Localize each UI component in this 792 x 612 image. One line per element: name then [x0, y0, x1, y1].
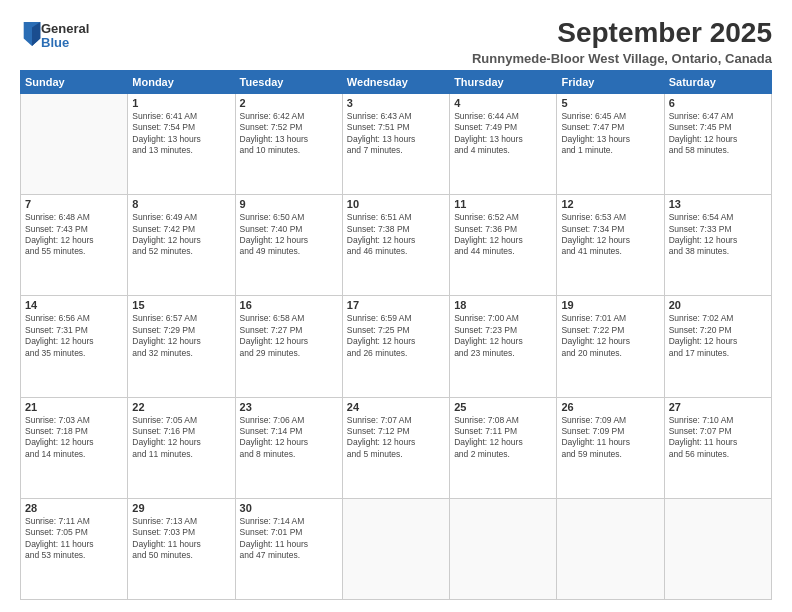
- day-info: Sunrise: 7:08 AM Sunset: 7:11 PM Dayligh…: [454, 415, 552, 461]
- day-number: 11: [454, 198, 552, 210]
- day-number: 5: [561, 97, 659, 109]
- calendar-week-row: 21Sunrise: 7:03 AM Sunset: 7:18 PM Dayli…: [21, 397, 772, 498]
- table-row: 7Sunrise: 6:48 AM Sunset: 7:43 PM Daylig…: [21, 195, 128, 296]
- title-section: September 2025 Runnymede-Bloor West Vill…: [89, 18, 772, 66]
- logo: General Blue: [20, 22, 89, 51]
- table-row: 26Sunrise: 7:09 AM Sunset: 7:09 PM Dayli…: [557, 397, 664, 498]
- table-row: 28Sunrise: 7:11 AM Sunset: 7:05 PM Dayli…: [21, 498, 128, 599]
- day-info: Sunrise: 6:52 AM Sunset: 7:36 PM Dayligh…: [454, 212, 552, 258]
- table-row: 15Sunrise: 6:57 AM Sunset: 7:29 PM Dayli…: [128, 296, 235, 397]
- day-number: 21: [25, 401, 123, 413]
- day-number: 9: [240, 198, 338, 210]
- table-row: 9Sunrise: 6:50 AM Sunset: 7:40 PM Daylig…: [235, 195, 342, 296]
- table-row: 10Sunrise: 6:51 AM Sunset: 7:38 PM Dayli…: [342, 195, 449, 296]
- table-row: 22Sunrise: 7:05 AM Sunset: 7:16 PM Dayli…: [128, 397, 235, 498]
- day-info: Sunrise: 6:56 AM Sunset: 7:31 PM Dayligh…: [25, 313, 123, 359]
- day-info: Sunrise: 6:41 AM Sunset: 7:54 PM Dayligh…: [132, 111, 230, 157]
- day-number: 15: [132, 299, 230, 311]
- day-info: Sunrise: 6:42 AM Sunset: 7:52 PM Dayligh…: [240, 111, 338, 157]
- day-number: 25: [454, 401, 552, 413]
- table-row: [21, 93, 128, 194]
- table-row: 20Sunrise: 7:02 AM Sunset: 7:20 PM Dayli…: [664, 296, 771, 397]
- table-row: 1Sunrise: 6:41 AM Sunset: 7:54 PM Daylig…: [128, 93, 235, 194]
- logo-general-text: General: [41, 22, 89, 36]
- day-number: 16: [240, 299, 338, 311]
- day-number: 18: [454, 299, 552, 311]
- day-info: Sunrise: 7:03 AM Sunset: 7:18 PM Dayligh…: [25, 415, 123, 461]
- table-row: 14Sunrise: 6:56 AM Sunset: 7:31 PM Dayli…: [21, 296, 128, 397]
- table-row: 19Sunrise: 7:01 AM Sunset: 7:22 PM Dayli…: [557, 296, 664, 397]
- day-number: 28: [25, 502, 123, 514]
- day-number: 24: [347, 401, 445, 413]
- day-number: 29: [132, 502, 230, 514]
- table-row: 29Sunrise: 7:13 AM Sunset: 7:03 PM Dayli…: [128, 498, 235, 599]
- logo-blue-text: Blue: [41, 36, 89, 50]
- day-info: Sunrise: 7:05 AM Sunset: 7:16 PM Dayligh…: [132, 415, 230, 461]
- logo-text: General Blue: [41, 22, 89, 51]
- day-info: Sunrise: 6:45 AM Sunset: 7:47 PM Dayligh…: [561, 111, 659, 157]
- day-info: Sunrise: 6:49 AM Sunset: 7:42 PM Dayligh…: [132, 212, 230, 258]
- day-number: 2: [240, 97, 338, 109]
- day-info: Sunrise: 7:02 AM Sunset: 7:20 PM Dayligh…: [669, 313, 767, 359]
- day-number: 27: [669, 401, 767, 413]
- table-row: 25Sunrise: 7:08 AM Sunset: 7:11 PM Dayli…: [450, 397, 557, 498]
- calendar-header-row: Sunday Monday Tuesday Wednesday Thursday…: [21, 70, 772, 93]
- day-info: Sunrise: 6:50 AM Sunset: 7:40 PM Dayligh…: [240, 212, 338, 258]
- table-row: 2Sunrise: 6:42 AM Sunset: 7:52 PM Daylig…: [235, 93, 342, 194]
- calendar-week-row: 14Sunrise: 6:56 AM Sunset: 7:31 PM Dayli…: [21, 296, 772, 397]
- table-row: 18Sunrise: 7:00 AM Sunset: 7:23 PM Dayli…: [450, 296, 557, 397]
- table-row: [450, 498, 557, 599]
- logo-icon: [23, 22, 41, 46]
- day-info: Sunrise: 6:51 AM Sunset: 7:38 PM Dayligh…: [347, 212, 445, 258]
- day-number: 14: [25, 299, 123, 311]
- table-row: 17Sunrise: 6:59 AM Sunset: 7:25 PM Dayli…: [342, 296, 449, 397]
- day-info: Sunrise: 6:53 AM Sunset: 7:34 PM Dayligh…: [561, 212, 659, 258]
- day-info: Sunrise: 7:10 AM Sunset: 7:07 PM Dayligh…: [669, 415, 767, 461]
- table-row: [557, 498, 664, 599]
- day-info: Sunrise: 6:47 AM Sunset: 7:45 PM Dayligh…: [669, 111, 767, 157]
- table-row: 6Sunrise: 6:47 AM Sunset: 7:45 PM Daylig…: [664, 93, 771, 194]
- day-info: Sunrise: 7:06 AM Sunset: 7:14 PM Dayligh…: [240, 415, 338, 461]
- calendar-week-row: 1Sunrise: 6:41 AM Sunset: 7:54 PM Daylig…: [21, 93, 772, 194]
- day-info: Sunrise: 6:54 AM Sunset: 7:33 PM Dayligh…: [669, 212, 767, 258]
- table-row: 5Sunrise: 6:45 AM Sunset: 7:47 PM Daylig…: [557, 93, 664, 194]
- location: Runnymede-Bloor West Village, Ontario, C…: [89, 51, 772, 66]
- day-info: Sunrise: 7:11 AM Sunset: 7:05 PM Dayligh…: [25, 516, 123, 562]
- table-row: [342, 498, 449, 599]
- day-number: 12: [561, 198, 659, 210]
- day-info: Sunrise: 7:07 AM Sunset: 7:12 PM Dayligh…: [347, 415, 445, 461]
- day-info: Sunrise: 7:13 AM Sunset: 7:03 PM Dayligh…: [132, 516, 230, 562]
- day-info: Sunrise: 7:09 AM Sunset: 7:09 PM Dayligh…: [561, 415, 659, 461]
- day-number: 10: [347, 198, 445, 210]
- header-saturday: Saturday: [664, 70, 771, 93]
- header: General Blue September 2025 Runnymede-Bl…: [20, 18, 772, 66]
- day-number: 23: [240, 401, 338, 413]
- table-row: 12Sunrise: 6:53 AM Sunset: 7:34 PM Dayli…: [557, 195, 664, 296]
- calendar-week-row: 7Sunrise: 6:48 AM Sunset: 7:43 PM Daylig…: [21, 195, 772, 296]
- calendar-week-row: 28Sunrise: 7:11 AM Sunset: 7:05 PM Dayli…: [21, 498, 772, 599]
- day-number: 6: [669, 97, 767, 109]
- day-info: Sunrise: 6:48 AM Sunset: 7:43 PM Dayligh…: [25, 212, 123, 258]
- day-number: 17: [347, 299, 445, 311]
- table-row: 24Sunrise: 7:07 AM Sunset: 7:12 PM Dayli…: [342, 397, 449, 498]
- month-title: September 2025: [89, 18, 772, 49]
- day-number: 30: [240, 502, 338, 514]
- day-number: 19: [561, 299, 659, 311]
- table-row: 13Sunrise: 6:54 AM Sunset: 7:33 PM Dayli…: [664, 195, 771, 296]
- table-row: 3Sunrise: 6:43 AM Sunset: 7:51 PM Daylig…: [342, 93, 449, 194]
- header-monday: Monday: [128, 70, 235, 93]
- table-row: [664, 498, 771, 599]
- table-row: 21Sunrise: 7:03 AM Sunset: 7:18 PM Dayli…: [21, 397, 128, 498]
- day-number: 22: [132, 401, 230, 413]
- table-row: 4Sunrise: 6:44 AM Sunset: 7:49 PM Daylig…: [450, 93, 557, 194]
- table-row: 16Sunrise: 6:58 AM Sunset: 7:27 PM Dayli…: [235, 296, 342, 397]
- day-info: Sunrise: 7:01 AM Sunset: 7:22 PM Dayligh…: [561, 313, 659, 359]
- day-number: 3: [347, 97, 445, 109]
- header-sunday: Sunday: [21, 70, 128, 93]
- table-row: 30Sunrise: 7:14 AM Sunset: 7:01 PM Dayli…: [235, 498, 342, 599]
- day-number: 26: [561, 401, 659, 413]
- table-row: 27Sunrise: 7:10 AM Sunset: 7:07 PM Dayli…: [664, 397, 771, 498]
- day-info: Sunrise: 6:57 AM Sunset: 7:29 PM Dayligh…: [132, 313, 230, 359]
- day-info: Sunrise: 6:58 AM Sunset: 7:27 PM Dayligh…: [240, 313, 338, 359]
- header-thursday: Thursday: [450, 70, 557, 93]
